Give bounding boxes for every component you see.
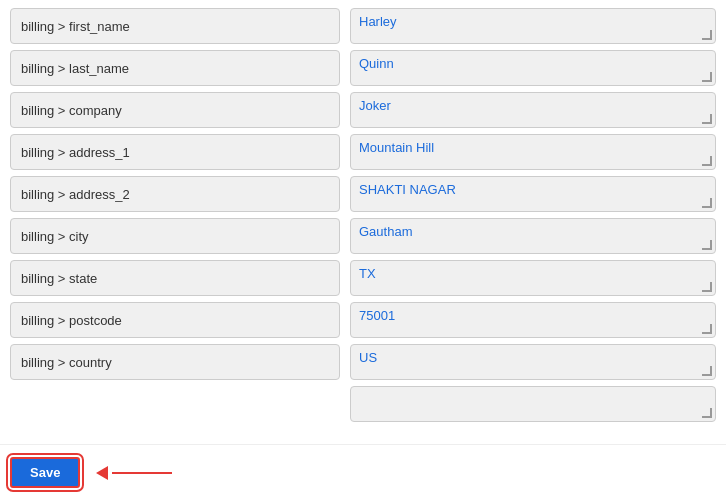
extra-value[interactable] [350,386,716,422]
field-label-6: billing > state [10,260,340,296]
billing-row: billing > postcode75001 [0,302,726,338]
field-value-5[interactable]: Gautham [350,218,716,254]
field-value-6[interactable]: TX [350,260,716,296]
billing-row: billing > cityGautham [0,218,726,254]
field-label-3: billing > address_1 [10,134,340,170]
billing-row: billing > countryUS [0,344,726,380]
field-value-7[interactable]: 75001 [350,302,716,338]
bottom-bar: Save [0,444,726,500]
arrow-head-icon [96,466,108,480]
field-label-7: billing > postcode [10,302,340,338]
field-value-2[interactable]: Joker [350,92,716,128]
field-value-0[interactable]: Harley [350,8,716,44]
scrollable-area[interactable]: billing > first_nameHarleybilling > last… [0,0,726,444]
field-value-4[interactable]: SHAKTI NAGAR [350,176,716,212]
billing-row: billing > companyJoker [0,92,726,128]
billing-row: billing > address_1Mountain Hill [0,134,726,170]
field-label-1: billing > last_name [10,50,340,86]
main-container: billing > first_nameHarleybilling > last… [0,0,726,500]
field-value-3[interactable]: Mountain Hill [350,134,716,170]
field-label-0: billing > first_name [10,8,340,44]
arrow-line-icon [112,472,172,474]
billing-row: billing > first_nameHarley [0,8,726,44]
extra-row [0,386,726,422]
field-value-1[interactable]: Quinn [350,50,716,86]
billing-row: billing > address_2SHAKTI NAGAR [0,176,726,212]
billing-row: billing > stateTX [0,260,726,296]
save-button[interactable]: Save [10,457,80,488]
field-label-8: billing > country [10,344,340,380]
field-label-5: billing > city [10,218,340,254]
field-label-2: billing > company [10,92,340,128]
field-label-4: billing > address_2 [10,176,340,212]
billing-row: billing > last_nameQuinn [0,50,726,86]
field-value-8[interactable]: US [350,344,716,380]
arrow-indicator [96,466,172,480]
